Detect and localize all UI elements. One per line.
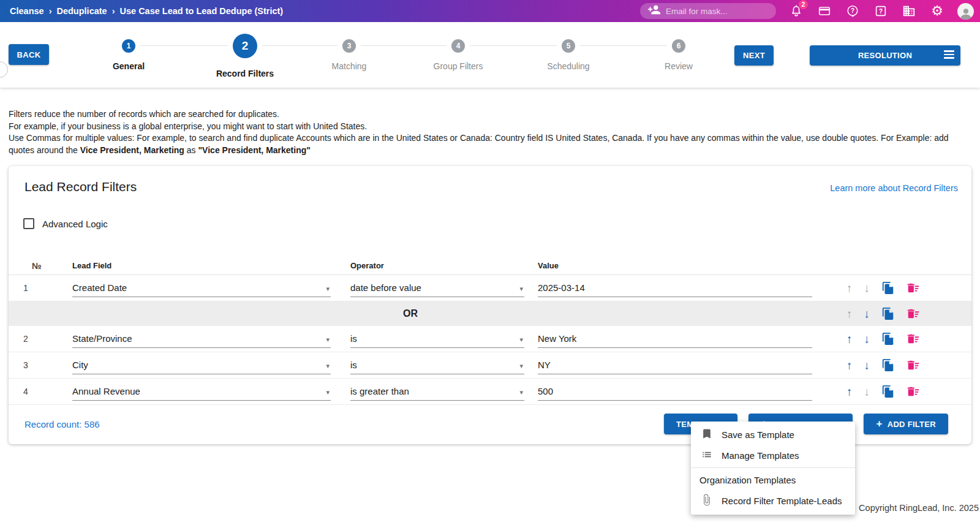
chevron-down-icon: ▾ bbox=[326, 362, 330, 370]
value-input[interactable] bbox=[538, 279, 812, 297]
move-down-icon[interactable]: ↓ bbox=[864, 360, 870, 371]
gear-icon: ⚙ bbox=[931, 4, 943, 18]
operator-select[interactable]: date before value▾ bbox=[350, 279, 524, 297]
record-count: Record count: 586 bbox=[24, 419, 100, 429]
lead-field-select[interactable]: Created Date▾ bbox=[72, 279, 331, 297]
templates-dropdown-menu: Save as Template Manage Templates Organi… bbox=[691, 422, 855, 515]
chevron-down-icon: ▾ bbox=[519, 285, 523, 293]
lead-field-select[interactable]: Annual Revenue▾ bbox=[72, 382, 331, 401]
breadcrumb-deduplicate[interactable]: Deduplicate bbox=[56, 6, 107, 16]
filters-description: Filters reduce the number of records whi… bbox=[9, 108, 971, 156]
lead-field-select[interactable]: State/Province▾ bbox=[72, 330, 331, 348]
description-line-3: Use Commas for multiple values: For exam… bbox=[9, 132, 971, 156]
move-up-icon[interactable]: ↑ bbox=[846, 308, 853, 320]
notifications-button[interactable]: 2 bbox=[788, 3, 804, 19]
user-avatar[interactable] bbox=[957, 3, 974, 20]
operator-select[interactable]: is▾ bbox=[350, 356, 524, 374]
menu-divider bbox=[691, 467, 855, 468]
back-button[interactable]: BACK bbox=[9, 44, 49, 65]
learn-more-link[interactable]: Learn more about Record Filters bbox=[830, 183, 958, 193]
step-circle-matching[interactable]: 3 bbox=[342, 39, 356, 53]
filter-row-4: 4 Annual Revenue▾ is greater than▾ ↑ ↓ bbox=[9, 379, 971, 405]
email-mask-input[interactable] bbox=[666, 7, 758, 16]
next-button[interactable]: NEXT bbox=[734, 45, 774, 66]
settings-gear-button[interactable]: ⚙ bbox=[929, 3, 945, 19]
lead-field-select[interactable]: City▾ bbox=[72, 356, 331, 374]
operator-select[interactable]: is▾ bbox=[350, 330, 524, 348]
step-circle-record-filters[interactable]: 2 bbox=[233, 34, 257, 58]
duplicate-filter-icon[interactable] bbox=[881, 358, 895, 372]
plus-icon: + bbox=[876, 418, 882, 430]
chevron-down-icon: ▾ bbox=[326, 285, 330, 293]
delete-filter-icon[interactable] bbox=[907, 385, 920, 398]
step-circle-group-filters[interactable]: 4 bbox=[451, 39, 465, 53]
support-faq-button[interactable]: ? bbox=[873, 3, 889, 19]
step-circle-scheduling[interactable]: 5 bbox=[562, 39, 575, 53]
move-up-icon[interactable]: ↑ bbox=[846, 282, 853, 294]
step-connector bbox=[361, 45, 447, 46]
bookmark-icon bbox=[701, 428, 713, 442]
row-number: 2 bbox=[9, 334, 64, 344]
person-add-icon bbox=[647, 3, 661, 19]
duplicate-filter-icon[interactable] bbox=[881, 332, 895, 346]
delete-filter-icon[interactable] bbox=[907, 358, 920, 372]
breadcrumb-separator: › bbox=[49, 6, 52, 16]
or-label: OR bbox=[9, 308, 812, 319]
delete-filter-icon[interactable] bbox=[907, 307, 920, 320]
copyright-text: Copyright RingLead, Inc. 2025 bbox=[859, 503, 979, 513]
duplicate-filter-icon[interactable] bbox=[881, 307, 895, 320]
move-down-icon[interactable]: ↓ bbox=[864, 308, 870, 320]
move-down-icon[interactable]: ↓ bbox=[864, 386, 870, 398]
or-divider-row: OR ↑ ↓ bbox=[9, 301, 971, 326]
delete-filter-icon[interactable] bbox=[907, 281, 920, 295]
col-lead-field: Lead Field bbox=[64, 261, 339, 270]
row-number: 3 bbox=[9, 360, 64, 370]
duplicate-filter-icon[interactable] bbox=[881, 385, 895, 398]
billing-card-button[interactable] bbox=[816, 3, 832, 19]
app-header: Cleanse › Deduplicate › Use Case Lead to… bbox=[0, 0, 980, 22]
chevron-down-icon: ▾ bbox=[326, 336, 330, 344]
step-label-general: General bbox=[113, 61, 145, 71]
value-input[interactable] bbox=[538, 330, 812, 348]
list-icon bbox=[701, 448, 713, 463]
filter-row-3: 3 City▾ is▾ ↑ ↓ bbox=[9, 352, 971, 379]
move-up-icon[interactable]: ↑ bbox=[846, 386, 853, 398]
paperclip-icon bbox=[701, 494, 713, 508]
operator-select[interactable]: is greater than▾ bbox=[350, 382, 524, 401]
step-circle-review[interactable]: 6 bbox=[672, 39, 685, 53]
resolution-button[interactable]: RESOLUTION bbox=[810, 45, 960, 66]
description-line-1: Filters reduce the number of records whi… bbox=[9, 108, 971, 121]
menu-item-record-filter-template-leads[interactable]: Record Filter Template-Leads bbox=[691, 490, 855, 511]
menu-item-save-as-template[interactable]: Save as Template bbox=[691, 424, 855, 445]
move-up-icon[interactable]: ↑ bbox=[846, 333, 853, 345]
chevron-down-icon: ▾ bbox=[519, 362, 523, 370]
menu-item-manage-templates[interactable]: Manage Templates bbox=[691, 445, 855, 466]
help-button[interactable]: ? bbox=[845, 3, 861, 19]
step-label-matching: Matching bbox=[332, 61, 367, 71]
stepper-toolbar: BACK 1 General 2 Record Filters 3 Matchi… bbox=[0, 22, 980, 88]
breadcrumb-use-case: Use Case Lead to Lead Dedupe (Strict) bbox=[120, 6, 284, 16]
row-number: 4 bbox=[9, 387, 64, 396]
table-header: № Lead Field Operator Value bbox=[9, 257, 971, 275]
lead-record-filters-card: Lead Record Filters Learn more about Rec… bbox=[9, 166, 971, 444]
breadcrumb-cleanse[interactable]: Cleanse bbox=[10, 6, 44, 16]
step-label-scheduling: Scheduling bbox=[547, 61, 589, 71]
advanced-logic-label: Advanced Logic bbox=[42, 219, 108, 229]
chevron-down-icon: ▾ bbox=[519, 336, 523, 344]
add-filter-button[interactable]: +ADD FILTER bbox=[864, 414, 948, 434]
delete-filter-icon[interactable] bbox=[907, 332, 920, 346]
filters-table: № Lead Field Operator Value 1 Created Da… bbox=[9, 257, 971, 405]
value-input[interactable] bbox=[538, 356, 812, 374]
advanced-logic-checkbox[interactable] bbox=[23, 218, 34, 229]
collapsed-panel-handle[interactable] bbox=[0, 61, 8, 78]
move-down-icon[interactable]: ↓ bbox=[864, 282, 870, 294]
step-circle-general[interactable]: 1 bbox=[122, 39, 135, 53]
hamburger-menu-icon[interactable] bbox=[944, 50, 954, 59]
email-mask-pill[interactable] bbox=[640, 3, 776, 19]
duplicate-filter-icon[interactable] bbox=[881, 281, 895, 295]
value-input[interactable] bbox=[538, 382, 812, 401]
move-up-icon[interactable]: ↑ bbox=[846, 360, 853, 371]
move-down-icon[interactable]: ↓ bbox=[864, 333, 870, 345]
svg-text:?: ? bbox=[851, 7, 854, 14]
organization-button[interactable] bbox=[901, 3, 917, 19]
